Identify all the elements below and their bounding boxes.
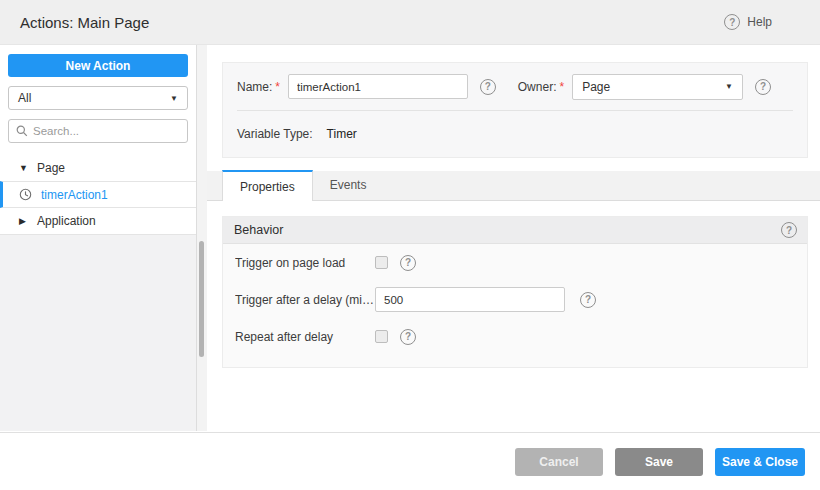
cancel-button[interactable]: Cancel xyxy=(515,448,603,476)
dialog-body: New Action All ▼ ▼ Page xyxy=(0,45,820,432)
save-and-close-button[interactable]: Save & Close xyxy=(715,448,805,476)
properties-tab-content: Behavior ? Trigger on page load ? Trigge… xyxy=(207,201,820,432)
dialog-footer: Cancel Save Save & Close xyxy=(0,432,820,490)
save-button[interactable]: Save xyxy=(615,448,703,476)
repeat-after-delay-row: Repeat after delay ? xyxy=(223,318,807,355)
help-label: Help xyxy=(747,15,772,29)
repeat-after-delay-help-icon[interactable]: ? xyxy=(400,329,416,345)
tree-item-page[interactable]: ▼ Page xyxy=(0,154,196,181)
owner-select[interactable]: Page ▼ xyxy=(572,74,743,100)
help-circle-icon: ? xyxy=(724,14,740,30)
variable-type-value: Timer xyxy=(327,127,357,141)
chevron-down-icon: ▼ xyxy=(170,94,178,103)
repeat-after-delay-checkbox[interactable] xyxy=(375,330,388,343)
section-padding xyxy=(223,355,807,367)
trigger-on-page-load-help-icon[interactable]: ? xyxy=(400,255,416,271)
tree-item-application[interactable]: ▶ Application xyxy=(0,208,196,235)
scrollbar-track xyxy=(197,45,207,431)
owner-select-value: Page xyxy=(582,80,610,94)
behavior-section-header: Behavior ? xyxy=(223,217,807,244)
tab-label: Events xyxy=(330,178,367,192)
filter-select-value: All xyxy=(18,91,31,105)
delay-milliseconds-input[interactable] xyxy=(375,287,565,312)
trigger-after-delay-row: Trigger after a delay (millisec… ? xyxy=(223,281,807,318)
search-icon xyxy=(16,125,28,137)
behavior-section: Behavior ? Trigger on page load ? Trigge… xyxy=(222,216,808,368)
search-box[interactable] xyxy=(8,119,188,143)
tree-item-label: timerAction1 xyxy=(41,188,108,202)
repeat-after-delay-label: Repeat after delay xyxy=(235,330,375,344)
editor-tabbar: Properties Events xyxy=(207,171,820,201)
trigger-after-delay-help-icon[interactable]: ? xyxy=(580,292,596,308)
behavior-help-icon[interactable]: ? xyxy=(781,222,797,238)
action-summary-card: Name: * ? Owner: * Page ▼ ? Variable Typ… xyxy=(222,62,808,158)
trigger-on-page-load-row: Trigger on page load ? xyxy=(223,244,807,281)
owner-label: Owner: xyxy=(518,80,557,94)
actions-dialog: Actions: Main Page ? Help New Action All… xyxy=(0,0,820,490)
name-label: Name: xyxy=(237,80,272,94)
tree-item-label: Page xyxy=(37,161,65,175)
name-help-icon[interactable]: ? xyxy=(480,79,496,95)
required-asterisk: * xyxy=(275,80,280,94)
tab-label: Properties xyxy=(240,180,295,194)
dialog-header: Actions: Main Page ? Help xyxy=(0,0,820,45)
help-button[interactable]: ? Help xyxy=(724,14,772,30)
caret-expanded-icon: ▼ xyxy=(19,163,28,173)
new-action-button[interactable]: New Action xyxy=(8,54,188,77)
name-owner-row: Name: * ? Owner: * Page ▼ ? xyxy=(237,63,793,110)
behavior-section-title: Behavior xyxy=(234,223,283,237)
tab-events[interactable]: Events xyxy=(313,170,384,200)
clock-icon xyxy=(19,188,32,201)
actions-tree: ▼ Page timerAction1 ▶ Application xyxy=(0,154,196,235)
search-input[interactable] xyxy=(33,125,187,137)
action-editor-panel: Name: * ? Owner: * Page ▼ ? Variable Typ… xyxy=(207,45,820,432)
actions-sidebar: New Action All ▼ ▼ Page xyxy=(0,45,197,431)
scrollbar-thumb[interactable] xyxy=(199,241,204,357)
caret-collapsed-icon: ▶ xyxy=(19,216,28,226)
owner-help-icon[interactable]: ? xyxy=(755,79,771,95)
variable-type-row: Variable Type: Timer xyxy=(237,110,793,157)
page-title: Actions: Main Page xyxy=(20,14,149,31)
filter-select[interactable]: All ▼ xyxy=(8,86,188,110)
variable-type-label: Variable Type: xyxy=(237,127,313,141)
chevron-down-icon: ▼ xyxy=(725,82,733,91)
sidebar-controls: New Action All ▼ xyxy=(0,45,196,143)
name-input[interactable] xyxy=(288,74,468,99)
sidebar-empty-area xyxy=(0,235,196,431)
trigger-after-delay-label: Trigger after a delay (millisec… xyxy=(235,293,375,307)
trigger-on-page-load-checkbox[interactable] xyxy=(375,256,388,269)
tree-item-label: Application xyxy=(37,214,96,228)
required-asterisk: * xyxy=(559,80,564,94)
tab-properties[interactable]: Properties xyxy=(222,170,313,201)
tree-item-timeraction1[interactable]: timerAction1 xyxy=(0,181,196,208)
trigger-on-page-load-label: Trigger on page load xyxy=(235,256,375,270)
